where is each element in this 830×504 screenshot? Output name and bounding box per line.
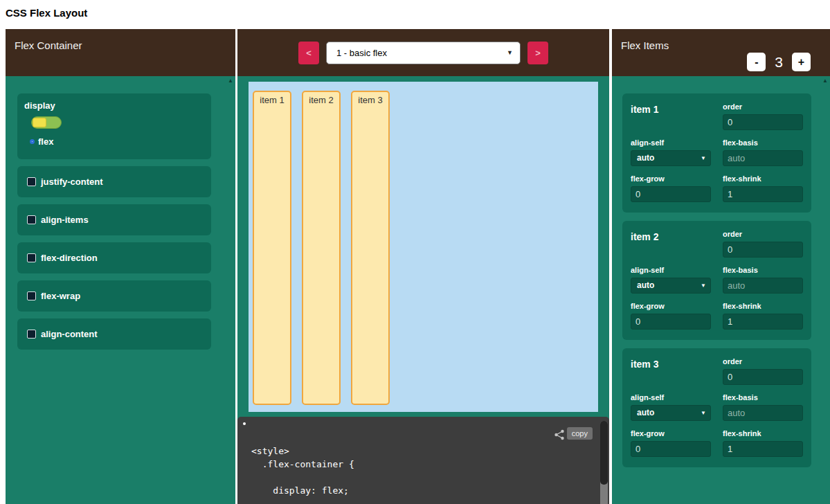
- scrollbar-up-arrow-icon[interactable]: ▲: [228, 78, 233, 84]
- flex-container-panel: Flex Container ▲ display flex justify-co…: [6, 29, 235, 504]
- flex-radio-label: flex: [38, 136, 53, 147]
- align-items-label: align-items: [41, 215, 89, 225]
- order-input[interactable]: [723, 242, 803, 258]
- code-scrollbar[interactable]: [600, 421, 608, 504]
- align-self-select[interactable]: auto ▼: [631, 278, 711, 294]
- chevron-down-icon: ▼: [701, 278, 706, 293]
- display-label: display: [24, 100, 201, 111]
- chevron-down-icon: ▼: [507, 42, 513, 64]
- example-nav-header: < 1 - basic flex ▼ >: [237, 29, 609, 76]
- page: CSS Flex Layout Flex Container ▲ display…: [0, 0, 830, 504]
- flex-grow-label: flex-grow: [631, 174, 711, 183]
- order-label: order: [723, 102, 803, 111]
- share-icon[interactable]: [554, 429, 565, 440]
- flex-shrink-label: flex-shrink: [723, 302, 803, 310]
- flex-grow-input[interactable]: [631, 186, 711, 202]
- flex-grow-input[interactable]: [631, 441, 711, 457]
- item-title: item 1: [631, 102, 711, 115]
- flex-basis-label: flex-basis: [723, 266, 803, 274]
- copy-button[interactable]: copy: [567, 427, 593, 440]
- property-card-align-items: align-items: [17, 204, 211, 235]
- preview-panel: < 1 - basic flex ▼ > item 1 item 2 item …: [237, 29, 609, 504]
- flex-wrap-checkbox[interactable]: [27, 291, 36, 300]
- code-line: .flex-container {: [251, 458, 354, 471]
- flex-basis-label: flex-basis: [723, 138, 803, 147]
- align-self-value: auto: [637, 153, 654, 163]
- align-self-label: align-self: [631, 138, 711, 147]
- flex-preview-container: item 1 item 2 item 3: [249, 82, 598, 412]
- code-dot: [243, 422, 246, 425]
- flex-basis-input[interactable]: [723, 278, 803, 294]
- flex-radio[interactable]: [30, 139, 35, 144]
- align-content-checkbox[interactable]: [27, 330, 36, 339]
- flex-preview-item: item 1: [253, 91, 291, 405]
- item-title: item 3: [631, 357, 711, 370]
- flex-shrink-input[interactable]: [723, 186, 803, 202]
- flex-container-body: ▲ display flex justify-content align-ite…: [6, 76, 235, 504]
- flex-preview-item: item 3: [351, 91, 390, 405]
- flex-preview-item: item 2: [302, 91, 341, 405]
- display-toggle[interactable]: [31, 116, 62, 129]
- display-card: display flex: [17, 93, 211, 159]
- flex-direction-checkbox[interactable]: [27, 253, 36, 262]
- flex-container-title: Flex Container: [15, 39, 82, 51]
- items-count: 3: [775, 54, 783, 71]
- property-card-align-content: align-content: [17, 318, 211, 350]
- flex-items-body: ▲ item 1 order align-self auto ▼ flex-ba…: [612, 76, 830, 504]
- property-card-flex-direction: flex-direction: [17, 242, 211, 273]
- flex-grow-label: flex-grow: [631, 429, 711, 438]
- display-flex-radio-row: flex: [30, 136, 201, 147]
- justify-content-checkbox[interactable]: [27, 177, 36, 186]
- code-line: [251, 471, 354, 484]
- code-line: display: flex;: [251, 484, 354, 497]
- code-block: copy <style> .flex-container { display: …: [237, 417, 609, 504]
- decrease-items-button[interactable]: -: [747, 53, 766, 71]
- flex-basis-input[interactable]: [723, 150, 803, 166]
- align-items-checkbox[interactable]: [27, 215, 36, 224]
- order-input[interactable]: [723, 369, 803, 385]
- align-self-label: align-self: [631, 266, 711, 274]
- flex-direction-label: flex-direction: [41, 253, 98, 263]
- item-card: item 2 order align-self auto ▼ flex-basi…: [622, 221, 811, 340]
- order-label: order: [723, 357, 803, 366]
- flex-grow-input[interactable]: [631, 314, 711, 330]
- example-select-value: 1 - basic flex: [336, 48, 387, 58]
- chevron-down-icon: ▼: [701, 151, 706, 165]
- flex-grow-label: flex-grow: [631, 302, 711, 310]
- item-card: item 1 order align-self auto ▼ flex-basi…: [622, 93, 811, 213]
- flex-items-header: Flex Items - 3 +: [612, 29, 830, 76]
- preview-body: item 1 item 2 item 3 copy <style> .flex-…: [237, 76, 609, 504]
- align-self-value: auto: [637, 408, 654, 417]
- order-label: order: [723, 230, 803, 238]
- prev-example-button[interactable]: <: [298, 42, 319, 64]
- example-select[interactable]: 1 - basic flex ▼: [326, 42, 521, 64]
- property-card-flex-wrap: flex-wrap: [17, 280, 211, 312]
- align-content-label: align-content: [41, 329, 98, 339]
- chevron-down-icon: ▼: [701, 406, 706, 420]
- flex-shrink-label: flex-shrink: [723, 174, 803, 183]
- increase-items-button[interactable]: +: [792, 53, 811, 71]
- flex-shrink-input[interactable]: [723, 441, 803, 457]
- next-example-button[interactable]: >: [527, 42, 548, 64]
- scrollbar-up-arrow-icon[interactable]: ▲: [822, 78, 828, 84]
- code-scrollbar-thumb[interactable]: [600, 421, 608, 485]
- page-title: CSS Flex Layout: [6, 7, 87, 19]
- flex-basis-input[interactable]: [723, 405, 803, 421]
- align-self-value: auto: [637, 280, 654, 290]
- code-line: <style>: [251, 444, 354, 458]
- flex-shrink-label: flex-shrink: [723, 429, 803, 438]
- justify-content-label: justify-content: [41, 177, 103, 187]
- flex-items-title: Flex Items: [621, 39, 669, 51]
- align-self-select[interactable]: auto ▼: [631, 405, 711, 421]
- align-self-label: align-self: [631, 393, 711, 402]
- flex-container-header: Flex Container: [6, 29, 235, 76]
- toggle-knob: [33, 118, 46, 127]
- item-title: item 2: [631, 230, 711, 242]
- flex-items-panel: Flex Items - 3 + ▲ item 1 order align-se…: [612, 29, 830, 504]
- code-content: <style> .flex-container { display: flex;: [251, 444, 354, 497]
- align-self-select[interactable]: auto ▼: [631, 150, 711, 166]
- flex-shrink-input[interactable]: [723, 314, 803, 330]
- flex-wrap-label: flex-wrap: [41, 291, 80, 301]
- order-input[interactable]: [723, 114, 803, 130]
- property-card-justify-content: justify-content: [17, 166, 211, 197]
